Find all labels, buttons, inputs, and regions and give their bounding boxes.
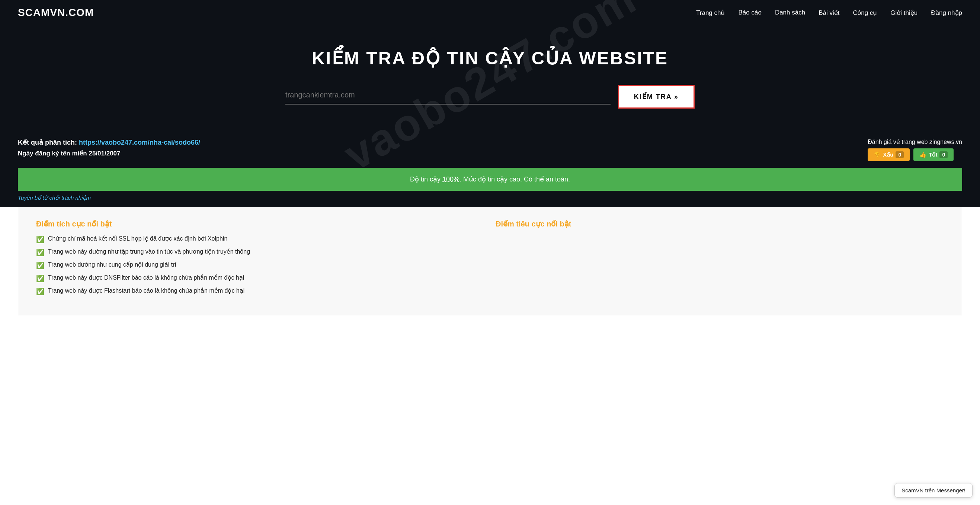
trust-percent: 100% [442,176,460,183]
result-date: Ngày đăng ký tên miền 25/01/2007 [18,149,200,157]
analysis-card: Điểm tích cực nổi bật ✅ Chứng chỉ mã hoá… [18,207,962,315]
nav-link-congcu[interactable]: Công cụ [853,9,877,16]
nav-item-congcu[interactable]: Công cụ [853,9,877,17]
nav-link-baiviet[interactable]: Bài viết [819,9,839,16]
vote-bad-count: 0 [896,151,904,158]
thumbs-up-icon: 👍 [920,151,926,158]
vote-bad-label: Xấu [883,151,893,158]
result-right: Đánh giá về trang web zingnews.vn 👎 Xấu … [868,138,962,161]
vote-bad-button[interactable]: 👎 Xấu 0 [868,148,910,161]
hero-section: vaobo247.com KIỂM TRA ĐỘ TIN CẬY CỦA WEB… [0,25,980,127]
kiemtra-button[interactable]: KIỂM TRA » [618,85,695,109]
trust-suffix: . Mức độ tin cậy cao. Có thể an toàn. [460,176,570,183]
result-label: Kết quả phân tích: https://vaobo247.com/… [18,138,200,146]
list-item: ✅ Chứng chỉ mã hoá kết nối SSL hợp lệ đã… [36,235,484,244]
result-section: Kết quả phân tích: https://vaobo247.com/… [0,127,980,191]
analysis-positive: Điểm tích cực nổi bật ✅ Chứng chỉ mã hoá… [36,219,484,300]
result-link[interactable]: https://vaobo247.com/nha-cai/sodo66/ [79,139,200,146]
disclaimer-link[interactable]: Tuyên bố từ chối trách nhiệm [18,194,91,201]
nav-item-dangnhap[interactable]: Đăng nhập [931,9,962,17]
positive-item-2: Trang web này dường như tập trung vào ti… [48,248,250,255]
trust-prefix: Độ tin cậy [410,176,442,183]
nav-item-baiviet[interactable]: Bài viết [819,9,839,17]
nav-item-gioithieu[interactable]: Giới thiệu [890,9,918,17]
thumbs-down-icon: 👎 [873,151,881,158]
search-bar: KIỂM TRA » [285,85,695,109]
nav-link-gioithieu[interactable]: Giới thiệu [890,9,918,16]
positive-title: Điểm tích cực nổi bật [36,219,484,228]
main-nav: Trang chủ Báo cáo Danh sách Bài viết Côn… [696,9,962,17]
positive-item-5: Trang web này được Flashstart báo cáo là… [48,287,245,294]
positive-item-1: Chứng chỉ mã hoá kết nối SSL hợp lệ đã đ… [48,235,228,242]
nav-link-dangnhap[interactable]: Đăng nhập [931,9,962,16]
nav-link-danhsach[interactable]: Danh sách [775,9,805,16]
nav-item-trangchu[interactable]: Trang chủ [696,9,725,17]
review-label: Đánh giá về trang web zingnews.vn [868,138,962,145]
nav-link-trangchu[interactable]: Trang chủ [696,9,725,16]
list-item: ✅ Trang web này được Flashstart báo cáo … [36,287,484,295]
nav-item-danhsach[interactable]: Danh sách [775,9,805,17]
list-item: ✅ Trang web này được DNSFilter báo cáo l… [36,274,484,283]
analysis-negative: Điểm tiêu cực nổi bật [496,219,944,300]
list-item: ✅ Trang web này dường như tập trung vào … [36,248,484,257]
negative-title: Điểm tiêu cực nổi bật [496,219,944,228]
check-icon-2: ✅ [36,248,44,257]
disclaimer: Tuyên bố từ chối trách nhiệm [0,191,980,207]
analysis-grid: Điểm tích cực nổi bật ✅ Chứng chỉ mã hoá… [36,219,944,300]
trust-bar: Độ tin cậy 100%. Mức độ tin cậy cao. Có … [18,168,962,191]
search-input-wrap [285,89,611,105]
check-icon-4: ✅ [36,275,44,283]
search-input[interactable] [285,89,611,101]
vote-good-count: 0 [939,151,948,158]
result-row: Kết quả phân tích: https://vaobo247.com/… [18,138,962,161]
positive-item-4: Trang web này được DNSFilter báo cáo là … [48,274,244,281]
vote-good-label: Tốt [929,151,937,158]
vote-good-button[interactable]: 👍 Tốt 0 [913,148,954,161]
check-icon-3: ✅ [36,261,44,270]
nav-item-baocao[interactable]: Báo cáo [738,9,762,17]
header: SCAMVN.COM Trang chủ Báo cáo Danh sách B… [0,0,980,25]
list-item: ✅ Trang web dường như cung cấp nội dung … [36,261,484,270]
vote-buttons: 👎 Xấu 0 👍 Tốt 0 [868,148,962,161]
nav-link-baocao[interactable]: Báo cáo [738,9,762,16]
check-icon-5: ✅ [36,287,44,295]
site-logo: SCAMVN.COM [18,7,94,19]
nav-list: Trang chủ Báo cáo Danh sách Bài viết Côn… [696,9,962,17]
hero-title: KIỂM TRA ĐỘ TIN CẬY CỦA WEBSITE [18,48,962,68]
positive-item-3: Trang web dường như cung cấp nội dung gi… [48,261,177,268]
check-icon-1: ✅ [36,235,44,244]
result-left: Kết quả phân tích: https://vaobo247.com/… [18,138,200,157]
